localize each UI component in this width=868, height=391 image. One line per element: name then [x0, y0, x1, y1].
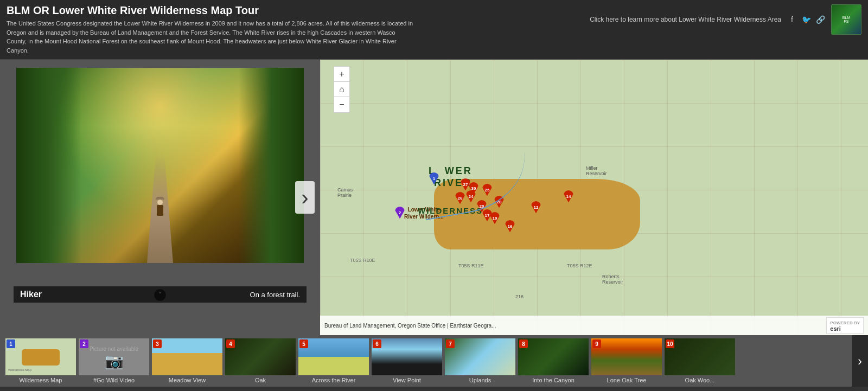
- zoom-in-button[interactable]: +: [334, 67, 349, 82]
- zoom-controls: + ⌂ −: [334, 66, 350, 113]
- thumb-number-9: 9: [592, 339, 601, 348]
- thumb-map-svg: Wilderness Map: [5, 338, 76, 375]
- thumb-number-4: 4: [226, 339, 235, 348]
- esri-text: esri: [830, 325, 841, 332]
- pin-shape-16: 16: [505, 220, 515, 232]
- link-icon[interactable]: 🔗: [815, 14, 826, 25]
- main-content: ˅ Hiker On a forest trail. › Lower White…: [0, 60, 868, 335]
- tree-right-decoration: [239, 68, 304, 263]
- thumbnail-5[interactable]: 5 Across the River: [298, 338, 369, 383]
- thumbnail-4[interactable]: 4 Oak: [225, 338, 296, 383]
- thumb-img-2: 2 Picture not available 📷: [79, 338, 149, 375]
- thumb-label-2: #Go Wild Video: [93, 377, 135, 383]
- thumbnail-10[interactable]: 10 Oak Woo...: [665, 338, 735, 383]
- thumbnail-8[interactable]: 8 Into the Canyon: [518, 338, 589, 383]
- map-attribution: Bureau of Land Management, Oregon State …: [320, 316, 868, 335]
- caption-title: Hiker: [20, 290, 42, 299]
- pin-shape-2: 2: [395, 207, 405, 219]
- tree-left-decoration: [16, 68, 81, 263]
- thumb-img-6: 6: [372, 338, 442, 375]
- thumb-number-2: 2: [80, 339, 88, 348]
- thumbnail-6[interactable]: 6 View Point: [372, 338, 442, 383]
- thumbnail-7[interactable]: 7 Uplands: [445, 338, 515, 383]
- photo-panel: ˅ Hiker On a forest trail. ›: [0, 60, 320, 335]
- thumb-label-1: Wilderness Map: [20, 377, 62, 383]
- header-left: BLM OR Lower White River Wilderness Map …: [7, 4, 590, 55]
- esri-logo: POWERED BY esri: [826, 317, 864, 334]
- map-pin-16[interactable]: 16: [505, 220, 515, 233]
- strip-next-button[interactable]: ›: [852, 335, 868, 387]
- svg-text:Wilderness Map: Wilderness Map: [8, 368, 32, 371]
- thumbnail-9[interactable]: 9 Lone Oak Tree: [591, 338, 662, 383]
- header-right: Click here to learn more about Lower Whi…: [590, 4, 861, 35]
- thumb-label-7: Uplands: [469, 377, 491, 383]
- zoom-out-button[interactable]: −: [334, 97, 349, 112]
- facebook-icon[interactable]: f: [787, 14, 797, 25]
- svg-rect-1: [22, 349, 60, 366]
- thumb-number-5: 5: [299, 339, 308, 348]
- home-button[interactable]: ⌂: [334, 82, 349, 97]
- twitter-icon[interactable]: 🐦: [801, 14, 812, 25]
- topo-map: Lower WhiteRiver Wildern... L WER RIVER …: [320, 60, 868, 335]
- thumb-number-10: 10: [666, 339, 674, 348]
- map-panel: Lower WhiteRiver Wildern... L WER RIVER …: [320, 60, 868, 335]
- pin-shape-12: 12: [531, 201, 541, 213]
- blm-logo: BLMFS: [831, 4, 861, 35]
- thumb-img-3: 3: [152, 338, 222, 375]
- thumb-img-1: Wilderness Map 1: [5, 338, 76, 375]
- pin-shape-14: 14: [564, 190, 573, 202]
- thumbnail-strip: Wilderness Map 1 Wilderness Map 2 Pictur…: [0, 335, 868, 387]
- thumb-label-8: Into the Canyon: [532, 377, 575, 383]
- thumb-label-6: View Point: [393, 377, 421, 383]
- photo-caption-bar: Hiker On a forest trail.: [14, 286, 307, 303]
- header: BLM OR Lower White River Wilderness Map …: [0, 0, 868, 60]
- attribution-text: Bureau of Land Management, Oregon State …: [324, 323, 496, 329]
- thumb-number-7: 7: [446, 339, 455, 348]
- photo-display: [16, 68, 304, 263]
- map-pin-19[interactable]: 19: [489, 211, 500, 225]
- map-pin-2[interactable]: 2: [394, 206, 405, 219]
- learn-more-link[interactable]: Click here to learn more about Lower Whi…: [590, 16, 781, 23]
- thumbnail-2[interactable]: 2 Picture not available 📷 #Go Wild Video: [79, 338, 149, 383]
- thumb-img-5: 5: [298, 338, 369, 375]
- thumbnail-1[interactable]: Wilderness Map 1 Wilderness Map: [5, 338, 76, 383]
- thumb-label-10: Oak Woo...: [685, 377, 715, 383]
- thumb-img-9: 9: [591, 338, 662, 375]
- thumb-number-6: 6: [373, 339, 381, 348]
- caption-text: On a forest trail.: [250, 291, 300, 299]
- thumbnail-3[interactable]: 3 Meadow View: [152, 338, 222, 383]
- map-pin-12[interactable]: 12: [531, 201, 541, 214]
- hiker-figure: [155, 198, 165, 220]
- next-photo-button[interactable]: ›: [295, 181, 315, 214]
- thumb-label-4: Oak: [255, 377, 266, 383]
- thumb-img-10: 10: [665, 338, 735, 375]
- thumb-number-3: 3: [153, 339, 162, 348]
- not-available-text: Picture not available: [90, 346, 138, 352]
- camera-icon: 📷: [105, 352, 124, 370]
- pin-shape-19: 19: [490, 212, 500, 224]
- thumb-number-8: 8: [519, 339, 528, 348]
- thumb-label-9: Lone Oak Tree: [607, 377, 647, 383]
- thumb-label-5: Across the River: [312, 377, 356, 383]
- social-icons: f 🐦 🔗: [787, 14, 826, 25]
- page-title: BLM OR Lower White River Wilderness Map …: [7, 4, 590, 17]
- header-description: The United States Congress designated th…: [7, 19, 413, 55]
- thumb-img-4: 4: [225, 338, 296, 375]
- thumb-label-3: Meadow View: [169, 377, 206, 383]
- thumb-img-8: 8: [518, 338, 589, 375]
- thumb-img-7: 7: [445, 338, 515, 375]
- thumb-number-1: 1: [7, 339, 15, 348]
- map-pin-14[interactable]: 14: [563, 190, 574, 203]
